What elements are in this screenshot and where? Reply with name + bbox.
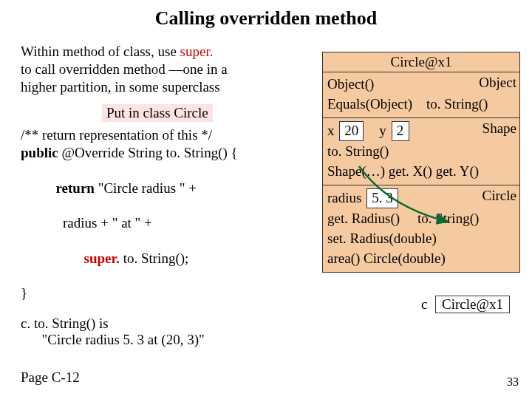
code-signature: public @Override String to. String() {	[21, 144, 313, 162]
code-line5: super. to. String();	[21, 232, 313, 284]
object-header: Circle@x1	[323, 52, 519, 72]
code-close: }	[21, 284, 313, 302]
code-block: /** return representation of this */ pub…	[21, 126, 313, 302]
circle-partition: Circle radius 5. 3 get. Radius() to. Str…	[323, 185, 519, 272]
field-radius: radius	[327, 190, 361, 205]
intro-line2: to call overridden method —one in a	[21, 61, 228, 77]
value-y: 2	[392, 121, 409, 141]
super-call: super.	[84, 250, 123, 266]
circle-methods2: set. Radius(double)	[327, 230, 515, 248]
kw-public: public	[21, 145, 61, 160]
code-str1: "Circle radius " +	[98, 180, 197, 196]
code-comment: /** return representation of this */	[21, 126, 313, 144]
code-indent5	[42, 250, 84, 266]
circle-methods1: get. Radius() to. String()	[327, 210, 515, 228]
page-number: Page C-12	[21, 369, 80, 386]
object-tostring: to. String()	[426, 96, 488, 112]
code-tostring: to. String();	[123, 250, 189, 266]
eval-line2: "Circle radius 5. 3 at (20, 3)"	[21, 332, 313, 348]
put-in-class-label: Put in class Circle	[102, 104, 213, 122]
shape-methods: Shape(…) get. X() get. Y()	[327, 163, 515, 181]
intro-text: Within method of class, use super. to ca…	[21, 43, 313, 95]
getradius-method: get. Radius()	[327, 211, 400, 226]
shape-tostring: to. String()	[327, 143, 515, 161]
object-label: Object	[479, 74, 516, 92]
slide-title: Calling overridden method	[0, 0, 532, 30]
field-x: x	[327, 123, 335, 138]
value-radius: 5. 3	[366, 188, 398, 208]
circle-tostring: to. String()	[417, 211, 479, 226]
object-row2: Equals(Object) to. String()	[327, 95, 515, 114]
shape-partition: Shape x 20 y 2 to. String() Shape(…) get…	[323, 118, 519, 185]
circle-methods3: area() Circle(double)	[327, 250, 515, 268]
var-c-value: Circle@x1	[435, 296, 510, 313]
value-x: 20	[339, 121, 364, 141]
code-sig-rest: @Override String to. String() {	[61, 145, 237, 160]
code-return: return "Circle radius " +	[21, 162, 313, 214]
shape-label: Shape	[482, 120, 516, 138]
left-column: Within method of class, use super. to ca…	[21, 43, 313, 348]
kw-return: return	[42, 180, 98, 196]
super-keyword: super.	[180, 44, 214, 59]
circle-label: Circle	[482, 187, 516, 205]
slide-number: 33	[507, 375, 519, 389]
object-box: Circle@x1 Object Object() Equals(Object)…	[322, 52, 520, 273]
field-y: y	[379, 123, 386, 138]
evaluation-text: c. to. String() is "Circle radius 5. 3 a…	[21, 316, 313, 348]
var-c-label: c	[421, 296, 427, 313]
eval-line1: c. to. String() is	[21, 316, 313, 332]
intro-line3: higher partition, in some superclass	[21, 79, 220, 95]
code-line4: radius + " at " +	[21, 214, 313, 232]
intro-line1a: Within method of class, use	[21, 44, 180, 59]
object-partition: Object Object() Equals(Object) to. Strin…	[323, 72, 519, 118]
object-diagram: Circle@x1 Object Object() Equals(Object)…	[322, 52, 520, 273]
equals-method: Equals(Object)	[327, 96, 412, 112]
variable-c: c Circle@x1	[421, 296, 511, 313]
